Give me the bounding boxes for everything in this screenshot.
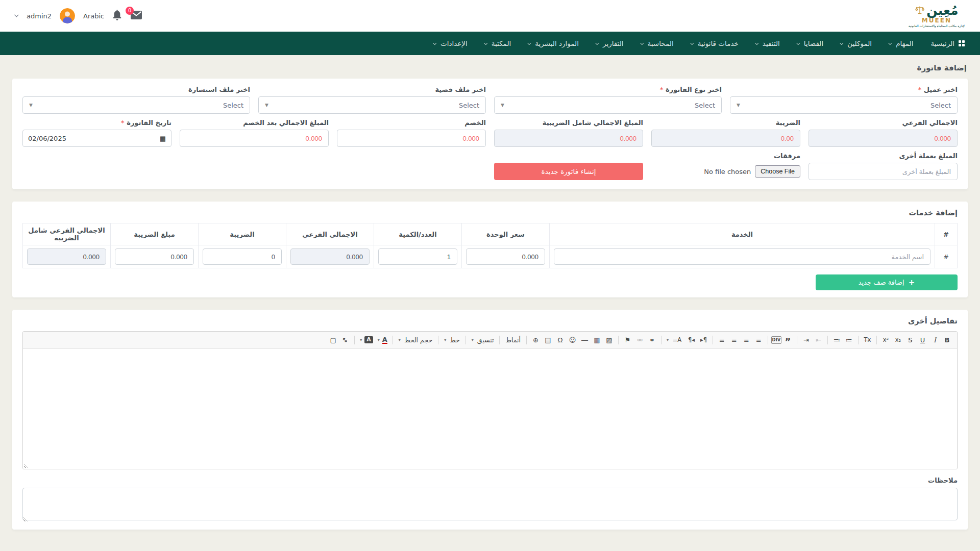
- decrease-indent-icon[interactable]: ⇤: [813, 334, 824, 345]
- nav-item-execution[interactable]: التنفيذ: [756, 39, 780, 47]
- text-color-button[interactable]: A▾: [376, 336, 389, 344]
- row-subtotal-with-tax-input[interactable]: [27, 248, 106, 265]
- tax-input[interactable]: [651, 130, 800, 147]
- unlink-icon[interactable]: ⚮: [634, 334, 646, 345]
- field-label: الضريبة: [651, 119, 800, 127]
- case-file-select-field: اختر ملف قضية Select▼: [258, 86, 486, 114]
- font-size-dropdown[interactable]: حجم الخط▾: [396, 336, 435, 344]
- choose-file-button[interactable]: Choose File: [755, 165, 800, 178]
- date-value: 02/06/2025: [28, 135, 66, 142]
- other-currency-input[interactable]: [808, 163, 958, 180]
- link-icon[interactable]: ⚭: [646, 334, 658, 345]
- table-icon[interactable]: ▦: [591, 334, 603, 345]
- nav-item-cases[interactable]: القضايا: [797, 39, 823, 47]
- align-center-icon[interactable]: ≡: [741, 334, 752, 345]
- nav-label: خدمات قانونية: [698, 39, 739, 47]
- special-character-icon[interactable]: Ω: [554, 334, 566, 345]
- styles-dropdown[interactable]: أنماط: [503, 336, 523, 344]
- invoice-type-select[interactable]: Select▼: [494, 96, 722, 114]
- text-direction-rtl-icon[interactable]: ¶◂: [685, 334, 697, 345]
- chevron-down-icon: [796, 41, 800, 45]
- bold-icon[interactable]: B: [941, 334, 953, 345]
- app-logo[interactable]: مُعِين MUEEN لإدارة مكاتب المحاماة والاس…: [909, 4, 965, 28]
- field-label: المبلغ بعملة أخرى: [808, 152, 958, 160]
- superscript-icon[interactable]: x²: [880, 334, 892, 345]
- background-color-button[interactable]: A▾: [358, 336, 375, 343]
- globe-icon[interactable]: ⊕: [530, 334, 542, 345]
- nav-item-accounting[interactable]: المحاسبة: [641, 39, 674, 47]
- messages-button[interactable]: 0: [130, 10, 142, 22]
- text-direction-ltr-icon[interactable]: ▸¶: [698, 334, 709, 345]
- services-table: # الخدمة سعر الوحدة العدد/الكمية الاجمال…: [22, 223, 958, 268]
- col-unit-price: سعر الوحدة: [462, 223, 550, 245]
- horizontal-rule-icon[interactable]: ―: [579, 334, 591, 345]
- nav-item-reports[interactable]: التقارير: [596, 39, 624, 47]
- italic-icon[interactable]: I: [929, 334, 941, 345]
- language-dropdown[interactable]: ≡A▾: [665, 334, 685, 345]
- align-right-icon[interactable]: ≡: [753, 334, 765, 345]
- maximize-icon[interactable]: ↔: [337, 332, 354, 348]
- smiley-icon[interactable]: ☺: [567, 334, 578, 345]
- invoice-type-select-field: اختر نوع الفاتورة * Select▼: [494, 86, 722, 114]
- col-subtotal: الاجمالي الفرعي: [286, 223, 374, 245]
- tax-field: الضريبة: [651, 119, 800, 147]
- div-container-icon[interactable]: DIV: [771, 336, 781, 344]
- invoice-date-input[interactable]: 02/06/2025 ▦: [22, 130, 172, 147]
- format-dropdown[interactable]: تنسيق▾: [469, 336, 497, 344]
- nav-item-tasks[interactable]: المهام: [889, 39, 913, 47]
- chevron-down-icon: ▾: [667, 338, 669, 342]
- editor-content-area[interactable]: [23, 348, 957, 469]
- chevron-down-icon: ▾: [399, 338, 401, 342]
- remove-format-icon[interactable]: Tx: [862, 334, 873, 345]
- language-label[interactable]: Arabic: [83, 12, 104, 20]
- increase-indent-icon[interactable]: ⇥: [800, 334, 812, 345]
- toolbar-separator: [618, 336, 619, 344]
- numbered-list-icon[interactable]: ≔: [843, 334, 855, 345]
- attachments-field: مرفقات Choose File No file chosen: [651, 152, 800, 180]
- notes-textarea[interactable]: [22, 488, 958, 520]
- case-file-select[interactable]: Select▼: [258, 96, 486, 114]
- add-row-button[interactable]: + إضافة صف جديد: [816, 274, 958, 290]
- nav-item-legal-services[interactable]: خدمات قانونية: [691, 39, 739, 47]
- strikethrough-icon[interactable]: S: [904, 334, 916, 345]
- notifications-button[interactable]: [112, 10, 122, 22]
- total-after-discount-input[interactable]: [180, 130, 329, 147]
- nav-label: المهام: [896, 39, 913, 47]
- blockquote-icon[interactable]: ”: [782, 334, 794, 345]
- username-label[interactable]: admin2: [27, 12, 52, 20]
- anchor-icon[interactable]: ⚑: [622, 334, 633, 345]
- image-icon[interactable]: ▨: [603, 334, 615, 345]
- bullet-list-icon[interactable]: ≕: [831, 334, 843, 345]
- resize-handle[interactable]: [24, 462, 30, 468]
- nav-item-hr[interactable]: الموارد البشرية: [528, 39, 579, 47]
- align-left-icon[interactable]: ≡: [728, 334, 740, 345]
- field-label: اختر نوع الفاتورة *: [494, 86, 722, 93]
- quantity-input[interactable]: [378, 248, 457, 265]
- create-invoice-button[interactable]: إنشاء فاتورة جديدة: [494, 163, 643, 180]
- total-with-tax-input[interactable]: [494, 130, 643, 147]
- subscript-icon[interactable]: x₂: [892, 334, 904, 345]
- col-quantity: العدد/الكمية: [374, 223, 462, 245]
- subtotal-input[interactable]: [808, 130, 958, 147]
- nav-item-home[interactable]: الرئيسية: [931, 39, 965, 47]
- underline-icon[interactable]: U: [917, 334, 928, 345]
- consultation-file-select[interactable]: Select▼: [22, 96, 250, 114]
- page-break-icon[interactable]: ▤: [542, 334, 554, 345]
- nav-item-library[interactable]: المكتبة: [485, 39, 511, 47]
- calendar-icon[interactable]: ▦: [160, 135, 166, 142]
- row-tax-amount-input[interactable]: [115, 248, 194, 265]
- font-dropdown[interactable]: خط▾: [442, 336, 462, 344]
- unit-price-input[interactable]: [466, 248, 545, 265]
- justify-icon[interactable]: ≡: [716, 334, 728, 345]
- nav-item-settings[interactable]: الإعدادات: [434, 39, 468, 47]
- client-select[interactable]: Select▼: [730, 96, 958, 114]
- nav-item-clients[interactable]: الموكلين: [841, 39, 872, 47]
- service-name-input[interactable]: [554, 248, 930, 265]
- user-avatar[interactable]: [60, 8, 75, 23]
- row-subtotal-input[interactable]: [290, 248, 370, 265]
- toolbar-separator: [499, 336, 500, 344]
- field-label: اختر ملف قضية: [258, 86, 486, 93]
- discount-input[interactable]: [337, 130, 486, 147]
- row-tax-input[interactable]: [203, 248, 282, 265]
- chevron-down-icon: [433, 41, 436, 45]
